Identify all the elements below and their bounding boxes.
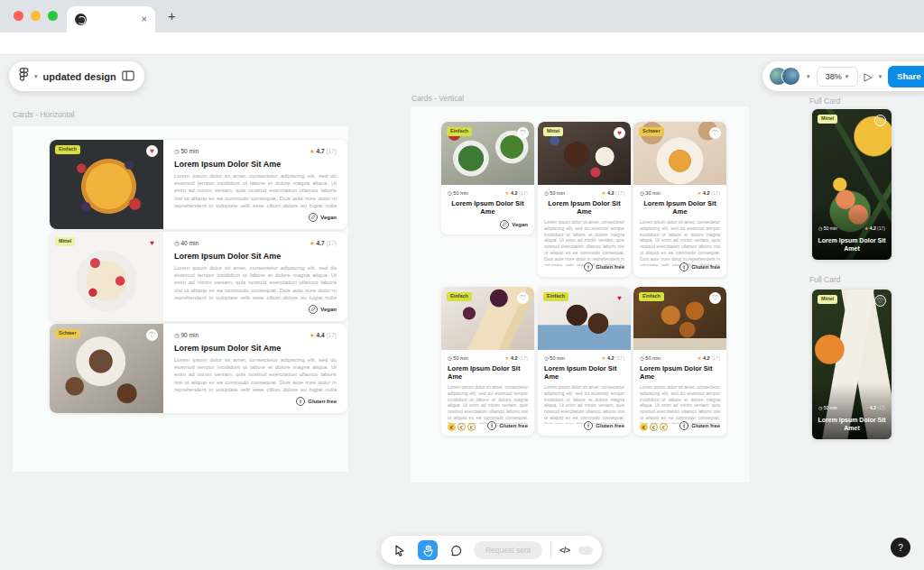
section-label-full-card-1[interactable]: Full Card (809, 97, 840, 106)
star-icon: ★ (505, 190, 510, 196)
section-label-full-card-2[interactable]: Full Card (809, 275, 840, 284)
rating: ★ 4.2 (17) (602, 355, 624, 361)
recipe-card-horizontal[interactable]: Mittel ♥ ◷ 40 min ★ 4.7 (17) Lorem Ipsum… (50, 232, 347, 321)
figma-logo-icon[interactable] (19, 68, 29, 85)
zoom-level-dropdown[interactable]: 38%▾ (817, 67, 858, 87)
recipe-description: Lorem ipsum dolor sit amet, consectetur … (544, 219, 624, 266)
gluten-free-icon (296, 397, 305, 406)
recipe-card-vertical[interactable]: Einfach ♡ ◷ 50 min ★ 4.2 (17) Lorem Ipsu… (633, 287, 726, 436)
recipe-title: Lorem Ipsum Dolor Sit Ame (174, 252, 337, 261)
rating: ★ 4.2 (17) (698, 355, 720, 361)
cook-time: ◷ 40 min (174, 240, 199, 247)
euro-icon: € (457, 423, 466, 431)
star-icon: ★ (698, 355, 702, 361)
clock-icon: ◷ (174, 332, 180, 338)
difficulty-badge: Einfach (447, 127, 472, 136)
recipe-description: Lorem ipsum dolor sit amet, consectetur … (174, 356, 337, 392)
window-controls[interactable] (14, 11, 58, 21)
star-icon: ★ (698, 190, 702, 196)
favorite-heart-icon[interactable]: ♡ (709, 127, 721, 139)
diet-tag: Vegan (500, 220, 528, 229)
cook-time: ◷ 50 min (174, 148, 199, 155)
food-image-flan: Schwer ♡ (633, 122, 726, 185)
star-icon: ★ (864, 225, 868, 231)
cook-time: ◷ 50 min (640, 355, 661, 361)
recipe-card-full[interactable]: Mittel ♡ ◷ 50 min ★ 4.2 (17) Lorem Ipsum… (812, 290, 892, 439)
close-window-button[interactable] (14, 11, 23, 21)
difficulty-badge: Mittel (543, 127, 563, 136)
cook-time: ◷ 50 min (448, 190, 468, 196)
favorite-heart-icon[interactable]: ♡ (874, 295, 886, 307)
hand-tool[interactable] (418, 540, 438, 560)
maximize-window-button[interactable] (48, 11, 58, 21)
frame-cards-vertical[interactable]: Einfach ♡ ◷ 50 min ★ 4.2 (17) Lorem Ipsu… (411, 106, 749, 483)
euro-icon: € (660, 423, 668, 431)
tab-close-icon[interactable]: × (142, 14, 147, 24)
diet-tag: Gluten free (679, 262, 720, 271)
minimize-window-button[interactable] (31, 11, 41, 21)
recipe-card-horizontal[interactable]: Schwer ♡ ◷ 90 min ★ 4.4 (17) Lorem Ipsum… (50, 324, 347, 413)
recipe-card-vertical[interactable]: Einfach ♡ ◷ 50 min ★ 4.2 (17) Lorem Ipsu… (441, 122, 534, 234)
clock-icon: ◷ (818, 405, 822, 410)
favorite-heart-icon[interactable]: ♡ (517, 292, 529, 304)
favorite-heart-icon[interactable]: ♥ (146, 237, 158, 249)
move-cursor-tool[interactable] (390, 540, 410, 560)
euro-icon: € (650, 423, 658, 431)
star-icon: ★ (310, 332, 315, 338)
browser-tab[interactable]: × (67, 6, 155, 32)
rating: ★ 4.2 (17) (698, 190, 720, 196)
new-tab-button[interactable]: + (168, 8, 176, 23)
share-button[interactable]: Share (888, 66, 924, 87)
recipe-card-full[interactable]: Mittel ♡ ◷ 50 min ★ 4.2 (17) Lorem Ipsum… (812, 109, 892, 260)
leaf-icon (500, 220, 509, 229)
recipe-card-horizontal[interactable]: Einfach ♥ ◷ 50 min ★ 4.7 (17) Lorem Ipsu… (50, 140, 347, 229)
frame-cards-horizontal[interactable]: Einfach ♥ ◷ 50 min ★ 4.7 (17) Lorem Ipsu… (13, 126, 348, 472)
difficulty-badge: Mittel (55, 237, 75, 246)
layout-panels-icon[interactable] (122, 69, 134, 85)
chevron-down-icon[interactable]: ▾ (879, 73, 882, 80)
clock-icon: ◷ (174, 240, 180, 246)
present-play-icon[interactable]: ▷ (864, 70, 873, 83)
comment-tool[interactable] (446, 540, 466, 560)
recipe-card-vertical[interactable]: Einfach ♡ ◷ 50 min ★ 4.2 (17) Lorem Ipsu… (441, 287, 534, 436)
recipe-card-vertical[interactable]: Schwer ♡ ◷ 30 min ★ 4.2 (17) Lorem Ipsum… (633, 122, 726, 277)
star-icon: ★ (602, 355, 606, 361)
section-label-vertical[interactable]: Cards - Vertical (411, 94, 464, 103)
food-image-hot-chocolate: Schwer ♡ (50, 324, 163, 413)
favorite-heart-icon[interactable]: ♡ (517, 127, 529, 139)
chevron-down-icon[interactable]: ▾ (34, 73, 38, 80)
favorite-heart-icon[interactable]: ♥ (614, 292, 625, 304)
star-icon: ★ (310, 148, 315, 154)
leaf-icon (309, 213, 318, 222)
toolbar-divider (550, 541, 551, 559)
recipe-card-vertical[interactable]: Mittel ♥ ◷ 50 min ★ 4.2 (17) Lorem Ipsum… (538, 122, 631, 277)
collaborator-avatars[interactable] (769, 67, 800, 86)
food-image-cheesecake: Einfach ♥ (50, 140, 163, 229)
rating: ★ 4.2 (17) (864, 405, 885, 410)
dev-mode-toggle[interactable] (578, 547, 593, 555)
difficulty-badge: Schwer (639, 127, 664, 136)
avatar[interactable] (781, 67, 800, 86)
euro-icon: € (448, 423, 456, 431)
clock-icon: ◷ (448, 190, 452, 196)
star-icon: ★ (864, 405, 868, 410)
cook-time: ◷ 50 min (544, 355, 565, 361)
favorite-heart-icon[interactable]: ♥ (146, 145, 158, 157)
request-sent-button[interactable]: Request sent (474, 541, 542, 559)
recipe-card-vertical[interactable]: Einfach ♥ ◷ 50 min ★ 4.2 (17) Lorem Ipsu… (538, 287, 631, 436)
dev-mode-code-icon[interactable]: </> (559, 546, 570, 555)
file-name[interactable]: updated design (43, 71, 116, 82)
favorite-heart-icon[interactable]: ♡ (146, 329, 158, 341)
gluten-free-icon (584, 421, 593, 430)
food-image-berry-cheesecake: Einfach ♡ (441, 287, 534, 350)
help-button[interactable]: ? (891, 538, 910, 557)
favorite-heart-icon[interactable]: ♡ (874, 115, 886, 126)
section-label-horizontal[interactable]: Cards - Horizontal (13, 110, 75, 119)
chevron-down-icon[interactable]: ▾ (807, 73, 810, 80)
recipe-title: Lorem Ipsum Dolor Sit Ame (448, 199, 528, 216)
favorite-heart-icon[interactable]: ♡ (709, 292, 721, 304)
figma-canvas[interactable]: Cards - Horizontal Cards - Vertical Full… (0, 55, 924, 570)
browser-titlebar: × + (0, 0, 924, 32)
recipe-title: Lorem Ipsum Dolor Sit Amet (818, 416, 886, 432)
favorite-heart-icon[interactable]: ♥ (614, 127, 625, 139)
